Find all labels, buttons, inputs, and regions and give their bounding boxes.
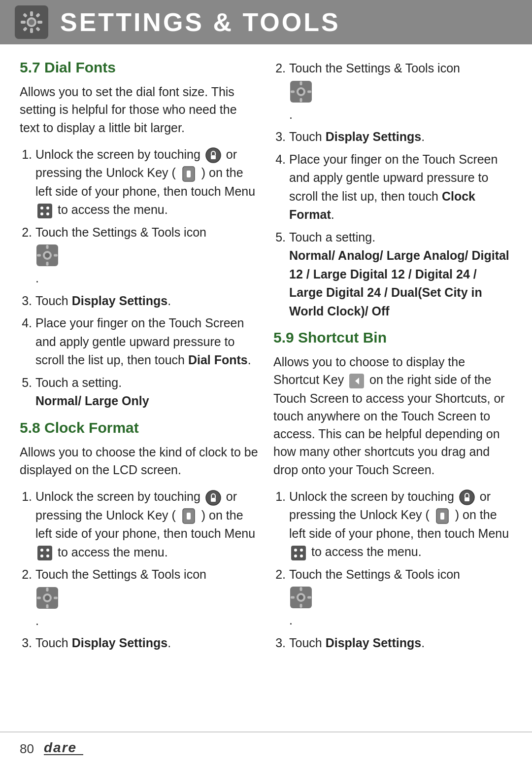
- svg-point-58: [294, 555, 297, 557]
- section-58-steps: Unlock the screen by touching or pressin…: [20, 487, 259, 653]
- step-text: .: [35, 271, 39, 285]
- section-57-step-2: Touch the Settings & Tools icon .: [35, 223, 259, 288]
- section-58-step-3: Touch Display Settings.: [35, 634, 259, 653]
- section-59-step-1: Unlock the screen by touching or pressin…: [289, 487, 512, 561]
- svg-rect-14: [37, 204, 52, 218]
- svg-rect-24: [37, 254, 41, 257]
- svg-rect-25: [54, 254, 58, 257]
- svg-point-59: [300, 555, 303, 557]
- step-text: .: [289, 613, 293, 627]
- bold-display-settings-4: Display Settings: [326, 636, 422, 650]
- svg-point-57: [300, 549, 303, 552]
- settings-tools-inline-icon: [35, 243, 59, 267]
- section-57-steps: Unlock the screen by touching or pressin…: [20, 145, 259, 411]
- svg-rect-45: [300, 81, 302, 85]
- svg-rect-55: [291, 546, 306, 560]
- right-column: Touch the Settings & Tools icon . Touch …: [273, 59, 512, 661]
- left-column: 5.7 Dial Fonts Allows you to set the dia…: [20, 59, 259, 661]
- svg-rect-7: [35, 13, 40, 18]
- bold-clock-options: Normal/ Analog/ Large Analog/ Digital 12…: [289, 248, 509, 318]
- step-text: .: [289, 107, 293, 121]
- settings-gear-icon: [19, 9, 44, 35]
- bold-display-settings: Display Settings: [72, 294, 168, 308]
- section-57-step-1: Unlock the screen by touching or pressin…: [35, 145, 259, 219]
- content-area: 5.7 Dial Fonts Allows you to set the dia…: [0, 44, 532, 691]
- svg-rect-47: [291, 90, 295, 93]
- step-text: Touch a setting.Normal/ Large Only: [35, 376, 149, 408]
- step-text: to access the menu.: [58, 203, 168, 216]
- bold-dial-fonts: Dial Fonts: [188, 353, 248, 367]
- svg-point-21: [45, 253, 50, 258]
- svg-rect-40: [37, 596, 41, 599]
- svg-rect-11: [211, 155, 216, 159]
- section-58-step-2: Touch the Settings & Tools icon .: [35, 565, 259, 630]
- bold-display-settings-2: Display Settings: [72, 636, 168, 650]
- svg-rect-63: [300, 587, 302, 591]
- unlock-key-icon-3: [434, 508, 451, 524]
- page-title: SETTINGS & TOOLS: [60, 7, 340, 37]
- section-59: 5.9 Shortcut Bin Allows you to choose to…: [273, 329, 512, 652]
- step-text: Unlock the screen by touching: [35, 489, 204, 503]
- step-text: Touch the Settings & Tools icon: [35, 567, 206, 581]
- step-text: Touch the Settings & Tools icon: [35, 225, 206, 239]
- svg-rect-38: [46, 588, 49, 591]
- svg-rect-27: [211, 498, 216, 502]
- svg-point-17: [40, 212, 43, 215]
- svg-rect-65: [291, 596, 295, 599]
- step-text: Touch Display Settings.: [35, 294, 171, 308]
- svg-point-44: [299, 89, 303, 94]
- desc-text-2: on the right side of the Touch Screen to…: [273, 373, 505, 476]
- step-text: .: [35, 614, 39, 627]
- svg-rect-52: [465, 497, 469, 501]
- svg-rect-23: [46, 262, 49, 266]
- svg-text:dare: dare: [44, 740, 77, 755]
- unlock-key-icon-2: [180, 508, 197, 524]
- menu-icon: [36, 203, 53, 219]
- svg-rect-48: [307, 90, 311, 93]
- svg-point-37: [45, 595, 50, 600]
- page-header: SETTINGS & TOOLS: [0, 0, 532, 44]
- step-text: Unlock the screen by touching: [289, 489, 458, 503]
- svg-point-62: [299, 595, 303, 600]
- svg-point-32: [46, 549, 49, 552]
- svg-rect-64: [300, 604, 302, 608]
- svg-rect-6: [23, 13, 28, 18]
- section-59-description: Allows you to choose to display the Shor…: [273, 353, 512, 479]
- bold-display-settings-3: Display Settings: [326, 130, 422, 143]
- section-58-step-1: Unlock the screen by touching or pressin…: [35, 487, 259, 561]
- svg-rect-22: [46, 245, 49, 249]
- step-text: Touch Display Settings.: [289, 130, 425, 143]
- svg-rect-5: [37, 21, 42, 24]
- step-text: Touch Display Settings.: [289, 636, 425, 650]
- section-59-steps: Unlock the screen by touching or pressin…: [273, 487, 512, 653]
- svg-rect-41: [54, 596, 58, 599]
- step-text: Touch a setting. Normal/ Analog/ Large A…: [289, 230, 509, 318]
- svg-rect-54: [440, 513, 444, 520]
- svg-rect-30: [37, 546, 52, 560]
- lock-icon-3: [459, 489, 475, 506]
- svg-point-1: [29, 19, 34, 25]
- section-58-cont-step-4: Place your finger on the Touch Screen an…: [289, 150, 512, 224]
- svg-rect-68: [44, 754, 83, 755]
- section-58-description: Allows you to choose the kind of clock t…: [20, 443, 259, 479]
- svg-rect-4: [21, 21, 26, 24]
- svg-point-56: [294, 549, 297, 552]
- svg-rect-66: [307, 596, 311, 599]
- section-58-cont-step-2: Touch the Settings & Tools icon .: [289, 59, 512, 124]
- page-number: 80: [20, 741, 34, 757]
- svg-point-15: [40, 207, 43, 209]
- section-58-cont: Touch the Settings & Tools icon . Touch …: [273, 59, 512, 320]
- svg-rect-9: [35, 27, 40, 32]
- bold-normal-large: Normal/ Large Only: [35, 394, 149, 408]
- svg-point-18: [46, 212, 49, 215]
- svg-rect-29: [187, 513, 191, 520]
- section-58-cont-step-3: Touch Display Settings.: [289, 128, 512, 146]
- section-59-title: 5.9 Shortcut Bin: [273, 329, 512, 346]
- step-text: Unlock the screen by touching: [35, 147, 204, 161]
- settings-tools-inline-icon-3: [289, 80, 313, 104]
- step-text: Touch the Settings & Tools icon: [289, 567, 460, 581]
- section-58-cont-step-5: Touch a setting. Normal/ Analog/ Large A…: [289, 228, 512, 321]
- step-text: to access the menu.: [311, 545, 422, 558]
- unlock-key-icon: [180, 166, 197, 182]
- section-58: 5.8 Clock Format Allows you to choose th…: [20, 419, 259, 653]
